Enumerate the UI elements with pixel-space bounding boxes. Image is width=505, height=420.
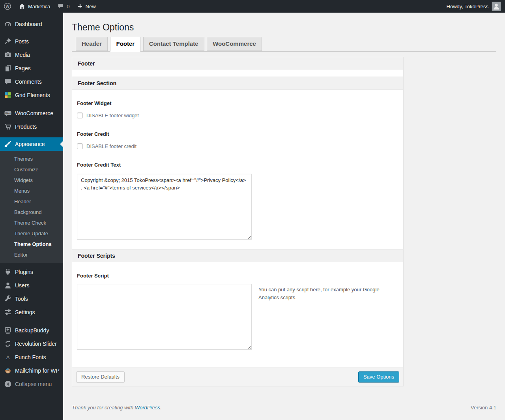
sidebar-item-label: WooCommerce xyxy=(15,110,53,116)
pushpin-icon xyxy=(4,38,12,45)
menu-separator xyxy=(0,319,63,324)
sidebar-item-label: Products xyxy=(15,124,37,130)
footer-credit-checkbox-row[interactable]: DISABLE footer credit xyxy=(77,143,398,149)
home-icon xyxy=(19,3,26,10)
new-content-menu[interactable]: New xyxy=(73,0,99,13)
sidebar-item-users[interactable]: Users xyxy=(0,279,63,292)
footer-thanks-suffix: . xyxy=(160,405,162,411)
sidebar-item-label: Media xyxy=(15,52,30,58)
sidebar-item-comments[interactable]: Comments xyxy=(0,75,63,88)
submenu-item-background[interactable]: Background xyxy=(0,207,63,218)
save-options-button[interactable]: Save Options xyxy=(358,371,399,382)
cart-icon xyxy=(4,123,12,131)
restore-defaults-button[interactable]: Restore Defaults xyxy=(76,371,125,382)
page-title: Theme Options xyxy=(72,22,496,35)
submenu-item-header[interactable]: Header xyxy=(0,196,63,207)
sidebar-item-label: MailChimp for WP xyxy=(15,368,60,374)
tab-bar: Header Footer Contact Template WooCommer… xyxy=(72,37,496,52)
svg-text:Woo: Woo xyxy=(6,112,11,114)
menu-separator xyxy=(0,31,63,35)
sidebar-item-mailchimp[interactable]: MailChimp for WP xyxy=(0,364,63,377)
svg-text:A: A xyxy=(6,354,10,360)
sidebar-item-media[interactable]: Media xyxy=(0,48,63,62)
dashboard-icon xyxy=(4,20,12,28)
tab-woocommerce[interactable]: WooCommerce xyxy=(207,37,262,51)
admin-footer: Thank you for creating with WordPress. V… xyxy=(72,405,496,418)
sidebar-item-plugins[interactable]: Plugins xyxy=(0,265,63,279)
footer-script-label: Footer Script xyxy=(77,273,398,279)
footer-credit-checkbox[interactable] xyxy=(77,143,83,149)
sidebar-item-label: Comments xyxy=(15,79,42,85)
sidebar-item-grid-elements[interactable]: Grid Elements xyxy=(0,88,63,102)
avatar xyxy=(492,2,501,11)
panel-footer-bar: Restore Defaults Save Options xyxy=(72,368,403,386)
sidebar-item-label: Appearance xyxy=(15,141,45,147)
woocommerce-badge-icon: Woo xyxy=(4,109,12,117)
footer-section-body: Footer Widget DISABLE footer widget Foot… xyxy=(72,90,403,249)
footer-credit-text-textarea[interactable]: Copyright &copy; 2015 TokoPress<span><a … xyxy=(77,174,252,240)
sidebar-item-settings[interactable]: Settings xyxy=(0,306,63,319)
howdy-label: Howdy, TokoPress xyxy=(447,4,488,9)
sidebar-item-appearance[interactable]: Appearance xyxy=(0,137,63,151)
site-name-link[interactable]: Marketica xyxy=(15,0,54,13)
footer-script-help-text: You can put any script here, for example… xyxy=(258,286,381,302)
sliders-icon xyxy=(4,308,12,316)
svg-text:W: W xyxy=(6,4,9,9)
collapse-arrow-icon xyxy=(4,380,12,388)
version-label: Version 4.1 xyxy=(471,405,496,411)
footer-script-textarea[interactable] xyxy=(77,284,252,350)
submenu-item-widgets[interactable]: Widgets xyxy=(0,175,63,186)
comment-count: 0 xyxy=(67,4,69,9)
footer-widget-checkbox[interactable] xyxy=(77,112,83,118)
sidebar-item-punch-fonts[interactable]: A Punch Fonts xyxy=(0,351,63,364)
submenu-item-theme-options[interactable]: Theme Options xyxy=(0,239,63,249)
footer-credit-checkbox-label[interactable]: DISABLE footer credit xyxy=(86,143,137,149)
tab-contact-template[interactable]: Contact Template xyxy=(143,37,204,51)
submenu-item-theme-check[interactable]: Theme Check xyxy=(0,218,63,228)
submenu-item-menus[interactable]: Menus xyxy=(0,186,63,196)
paintbrush-icon xyxy=(4,140,12,148)
menu-separator xyxy=(0,133,63,137)
footer-thanks: Thank you for creating with WordPress. xyxy=(72,405,162,411)
sidebar-item-label: Plugins xyxy=(15,269,33,275)
tab-header[interactable]: Header xyxy=(76,37,108,51)
sidebar-item-woocommerce[interactable]: Woo WooCommerce xyxy=(0,107,63,120)
sidebar-item-label: Punch Fonts xyxy=(15,354,46,360)
theme-options-panel: Footer Footer Section Footer Widget DISA… xyxy=(72,57,404,386)
my-account-menu[interactable]: Howdy, TokoPress xyxy=(443,0,505,13)
submenu-item-themes[interactable]: Themes xyxy=(0,154,63,164)
sidebar-item-tools[interactable]: Tools xyxy=(0,292,63,306)
sidebar-item-products[interactable]: Products xyxy=(0,120,63,133)
site-name-label: Marketica xyxy=(28,4,50,9)
comment-bubble-icon xyxy=(57,3,64,10)
rotate-arrows-icon xyxy=(4,340,12,348)
sidebar-item-label: Pages xyxy=(15,65,31,71)
sidebar-item-revolution-slider[interactable]: Revolution Slider xyxy=(0,337,63,351)
panel-gap xyxy=(72,70,403,77)
grid-elements-icon xyxy=(4,91,12,99)
wp-logo-menu[interactable]: W xyxy=(0,0,15,13)
tab-footer[interactable]: Footer xyxy=(110,37,140,52)
submenu-item-theme-update[interactable]: Theme Update xyxy=(0,228,63,239)
section-header-footer-section: Footer Section xyxy=(72,77,403,90)
wordpress-logo-icon: W xyxy=(4,2,11,10)
sidebar-item-dashboard[interactable]: Dashboard xyxy=(0,17,63,31)
sidebar-item-backupbuddy[interactable]: BackupBuddy xyxy=(0,324,63,337)
new-label: New xyxy=(86,4,96,9)
menu-separator xyxy=(0,102,63,107)
letter-a-icon: A xyxy=(4,353,12,361)
comments-shortcut[interactable]: 0 xyxy=(54,0,73,13)
footer-widget-label: Footer Widget xyxy=(77,100,398,106)
sidebar-item-pages[interactable]: Pages xyxy=(0,62,63,75)
section-header-label: Footer Scripts xyxy=(78,253,115,259)
collapse-menu-button[interactable]: Collapse menu xyxy=(0,377,63,391)
footer-widget-checkbox-label[interactable]: DISABLE footer widget xyxy=(86,112,139,118)
section-header-label: Footer Section xyxy=(78,80,116,86)
submenu-item-customize[interactable]: Customize xyxy=(0,164,63,175)
wordpress-link[interactable]: WordPress xyxy=(135,405,160,411)
submenu-item-editor[interactable]: Editor xyxy=(0,249,63,260)
footer-widget-checkbox-row[interactable]: DISABLE footer widget xyxy=(77,112,398,118)
sidebar-item-posts[interactable]: Posts xyxy=(0,35,63,48)
sidebar-item-label: Tools xyxy=(15,296,28,302)
pages-icon xyxy=(4,64,12,72)
